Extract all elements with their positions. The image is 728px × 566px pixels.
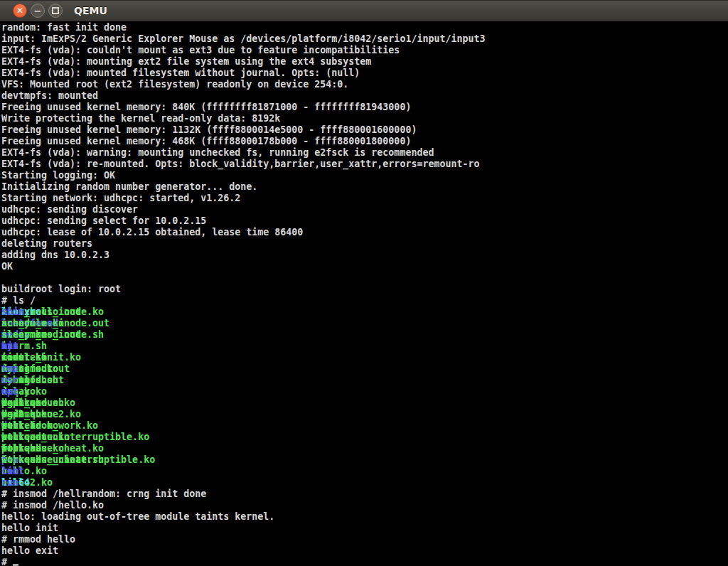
file-entry: workqueue_cheat.ko	[1, 443, 104, 454]
file-entry: wait_queue2.ko	[1, 409, 81, 420]
terminal-line: # rmmod hello	[1, 534, 728, 545]
window-title: QEMU	[74, 5, 107, 16]
listing-row: fops.kokthreads.kopoll.shworkqueue_cheat…	[1, 443, 728, 454]
listing-row: anonymous_inode.koinit_hello.outlinuxrcs…	[1, 306, 728, 318]
close-button[interactable]: ✕	[13, 4, 27, 18]
listing-row: dep.kokgdb-mod.shpanic.kowait_queue.ko	[1, 397, 728, 409]
terminal-line: buildroot login: root	[1, 284, 728, 295]
terminal-line: Starting network: udhcpc: started, v1.26…	[1, 193, 728, 204]
terminal-line: VFS: Mounted root (ext2 filesystem) read…	[1, 79, 728, 90]
file-entry: workqueue_cheat.sh	[1, 454, 104, 466]
listing-row: bininsrm.shmntsys	[1, 341, 728, 352]
file-entry: work_from_work.ko	[1, 420, 98, 432]
terminal-line: EXT4-fs (vda): mounting ext2 file system…	[1, 56, 728, 68]
terminal-line: deleting routers	[1, 238, 728, 250]
terminal-line: random: fast init done	[1, 22, 728, 33]
minimize-button[interactable]: −	[31, 4, 45, 18]
terminal-line	[1, 272, 728, 284]
file-entry: timer.ko	[1, 352, 47, 363]
terminal-line: udhcpc: lease of 10.0.2.15 obtained, lea…	[1, 227, 728, 238]
terminal-line: EXT4-fs (vda): couldn't mount as ext3 du…	[1, 45, 728, 56]
terminal-line: EXT4-fs (vda): re-mounted. Opts: block_v…	[1, 159, 728, 170]
terminal-line: hello exit	[1, 545, 728, 557]
file-entry: usr	[1, 375, 18, 386]
prompt-line: #	[1, 557, 728, 566]
terminal-line: Starting logging: OK	[1, 170, 728, 181]
file-entry: run	[1, 477, 18, 488]
listing-row: delay.koirq.kooptvar	[1, 386, 728, 397]
file-entry: schedule.ko	[1, 318, 64, 329]
terminal-line: hello init	[1, 523, 728, 534]
qemu-window: ✕ − QEMU random: fast init doneinput: Im…	[0, 0, 728, 566]
file-entry: sleep.ko	[1, 329, 47, 341]
maximize-icon	[52, 7, 59, 14]
file-entry: wait_queue.ko	[1, 397, 75, 409]
terminal-line: Freeing unused kernel memory: 1132K (fff…	[1, 124, 728, 136]
listing-row: devkthread.kopoll.kowork_from_work.ko	[1, 420, 728, 432]
terminal-screen[interactable]: random: fast init doneinput: ImExPS/2 Ge…	[0, 21, 728, 566]
listing-row: anonymous_inode.outins_rm_modlost+founds…	[1, 318, 728, 329]
listing-row: etckthread_uninterruptible.kopoll.outwor…	[1, 432, 728, 443]
minimize-icon: −	[34, 6, 42, 16]
file-entry: sbin	[1, 306, 24, 318]
terminal-line: Initializing random number generator... …	[1, 181, 728, 193]
listing-row: debugfs.koioctl.outmyinsmod.outtmp	[1, 363, 728, 375]
terminal-line: OK	[1, 261, 728, 272]
listing-row: hello.kolibroot	[1, 466, 728, 477]
file-entry: sys	[1, 341, 18, 352]
terminal-line: adding dns 10.0.2.3	[1, 250, 728, 261]
terminal-line: EXT4-fs (vda): mounted filesystem withou…	[1, 68, 728, 79]
terminal-line: Write protecting the kernel read-only da…	[1, 113, 728, 124]
terminal-line: # insmod /hello.ko	[1, 500, 728, 511]
terminal-line: devtmpfs: mounted	[1, 90, 728, 102]
file-entry: tmp	[1, 363, 18, 375]
listing-row: anonymous_inode.shins_rm_mod.outmediasle…	[1, 329, 728, 341]
terminal-line: Freeing unused kernel memory: 468K (ffff…	[1, 136, 728, 147]
terminal-line: EXT4-fs (vda): warning: mounting uncheck…	[1, 147, 728, 159]
terminal-line: udhcpc: sending discover	[1, 204, 728, 215]
file-entry: workqueue.ko	[1, 432, 70, 443]
listing-row: debugfs.shioctl.shmyrmmod.outusr	[1, 375, 728, 386]
listing-row: fops.shkthreads_uninterruptible.koprocwo…	[1, 454, 728, 466]
terminal-line: hello: loading out-of-tree module taints…	[1, 511, 728, 523]
maximize-button[interactable]	[48, 4, 63, 18]
listing-row: hello2.kolib64run	[1, 477, 728, 488]
file-entry: var	[1, 386, 18, 397]
terminal-line: Freeing unused kernel memory: 840K (ffff…	[1, 102, 728, 113]
listing-row: count.shioctl.komodule_init.kotimer.ko	[1, 352, 728, 363]
terminal-line: input: ImExPS/2 Generic Explorer Mouse a…	[1, 33, 728, 45]
terminal-line: # insmod /hellrandom: crng init done	[1, 488, 728, 500]
titlebar[interactable]: ✕ − QEMU	[0, 0, 728, 21]
close-icon: ✕	[16, 6, 23, 16]
file-entry: root	[1, 466, 24, 477]
listing-row: dep2.kokgdb.shparams.kowait_queue2.ko	[1, 409, 728, 420]
terminal-line: # ls /	[1, 295, 728, 306]
terminal-line: udhcpc: sending select for 10.0.2.15	[1, 215, 728, 227]
